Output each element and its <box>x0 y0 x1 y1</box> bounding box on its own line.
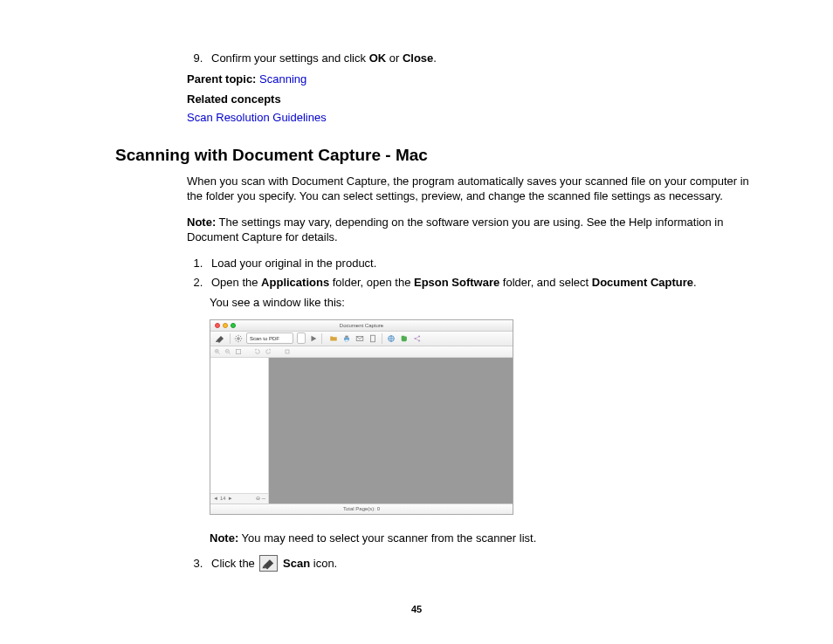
job-dropdown-value: Scan to PDF <box>250 335 279 342</box>
document-page: Confirm your settings and click OK or Cl… <box>0 0 833 572</box>
toolbar-separator-3 <box>382 333 382 344</box>
run-job-icon[interactable] <box>309 334 318 343</box>
thumbnail-sidebar: ◄ 14 ► ⊖ ─ <box>210 358 269 504</box>
status-text: Total Page(s): 0 <box>343 505 380 512</box>
rotate-left-icon[interactable] <box>254 348 261 355</box>
steps-list: Load your original in the product. Open … <box>187 256 754 290</box>
scan-icon[interactable] <box>214 333 226 344</box>
s2-mid2: folder, and select <box>499 276 592 289</box>
zoom-out-small-icon[interactable]: ⊖ <box>256 495 260 502</box>
printer-icon[interactable] <box>342 334 351 343</box>
mac-titlebar: Document Capture <box>210 320 513 332</box>
preview-area <box>269 358 513 504</box>
section-body: When you scan with Document Capture, the… <box>187 174 754 572</box>
share-icon[interactable] <box>413 334 422 343</box>
zoom-out-icon[interactable] <box>224 348 231 355</box>
step9-ok: OK <box>369 51 387 65</box>
parent-topic-line: Parent topic: Scanning <box>187 72 754 87</box>
s2-pre: Open the <box>211 276 261 289</box>
status-bar: Total Page(s): 0 <box>210 504 513 514</box>
edit-icon[interactable] <box>284 348 291 355</box>
fit-icon[interactable] <box>235 348 242 355</box>
folder-icon[interactable] <box>329 334 338 343</box>
window-body: ◄ 14 ► ⊖ ─ <box>210 358 513 504</box>
s2-epson-software: Epson Software <box>414 276 499 289</box>
parent-topic-label: Parent topic: <box>187 72 256 86</box>
s3-pre: Click the <box>211 557 258 570</box>
mail-icon[interactable] <box>355 334 364 343</box>
evernote-icon[interactable] <box>400 334 409 343</box>
job-dropdown[interactable]: Scan to PDF <box>246 332 293 344</box>
note2-label: Note: <box>210 531 238 545</box>
toolbar-separator-2 <box>321 333 322 344</box>
job-stepper[interactable] <box>297 332 306 344</box>
s2-applications: Applications <box>261 276 329 289</box>
window-title: Document Capture <box>210 322 513 329</box>
intro-paragraph: When you scan with Document Capture, the… <box>187 174 754 204</box>
note1-text: The settings may vary, depending on the … <box>187 216 723 244</box>
s3-scan-word: Scan <box>279 557 310 570</box>
step-3: Click the Scan icon. <box>206 556 754 572</box>
section-heading: Scanning with Document Capture - Mac <box>115 144 754 167</box>
next-page-icon[interactable]: ► <box>228 495 233 502</box>
step-2: Open the Applications folder, open the E… <box>206 275 754 291</box>
page-value: 14 <box>220 495 226 502</box>
scan-inline-icon <box>259 555 278 572</box>
svg-point-8 <box>418 335 420 337</box>
page-number: 45 <box>0 603 833 616</box>
parent-topic-link[interactable]: Scanning <box>259 72 306 86</box>
svg-rect-3 <box>345 339 348 341</box>
related-concepts-label: Related concepts <box>187 92 754 107</box>
s2-mid1: folder, open the <box>329 276 414 289</box>
step-1: Load your original in the product. <box>206 256 754 271</box>
web-icon[interactable] <box>387 334 396 343</box>
note1-label: Note: <box>187 216 216 229</box>
document-capture-window: Document Capture Scan to PDF <box>210 319 513 515</box>
svg-point-9 <box>418 339 420 341</box>
svg-point-7 <box>414 338 416 339</box>
step9-mid: or <box>386 51 403 65</box>
note2-text: You may need to select your scanner from… <box>238 531 536 545</box>
s3-post: icon. <box>310 557 337 570</box>
svg-point-0 <box>238 337 240 339</box>
note-2: Note: You may need to select your scanne… <box>210 531 754 546</box>
step9-pre: Confirm your settings and click <box>211 51 369 65</box>
prev-step-9: Confirm your settings and click OK or Cl… <box>187 51 754 125</box>
s2-document-capture: Document Capture <box>592 276 693 289</box>
rotate-right-icon[interactable] <box>265 348 272 355</box>
view-toolbar <box>210 346 513 358</box>
zoom-in-icon[interactable] <box>214 348 221 355</box>
scan-resolution-guidelines-link[interactable]: Scan Resolution Guidelines <box>187 111 327 124</box>
note-1: Note: The settings may vary, depending o… <box>187 215 754 245</box>
svg-rect-13 <box>286 350 289 353</box>
svg-rect-12 <box>236 349 240 353</box>
prev-page-icon[interactable]: ◄ <box>213 495 218 502</box>
destination-icons <box>329 333 422 344</box>
steps-list-cont: Click the Scan icon. <box>187 556 754 572</box>
page-navigator: ◄ 14 ► ⊖ ─ <box>210 493 268 504</box>
svg-rect-5 <box>371 335 375 342</box>
svg-rect-2 <box>345 335 348 337</box>
step9-post: . <box>433 51 437 65</box>
s2-post: . <box>693 276 697 289</box>
main-toolbar: Scan to PDF <box>210 332 513 346</box>
step-9: Confirm your settings and click OK or Cl… <box>206 51 754 66</box>
gear-icon[interactable] <box>234 334 243 343</box>
yousee-line: You see a window like this: <box>210 295 754 311</box>
toolbar-separator <box>230 333 231 344</box>
step9-close: Close <box>403 51 433 65</box>
document-icon[interactable] <box>368 334 377 343</box>
